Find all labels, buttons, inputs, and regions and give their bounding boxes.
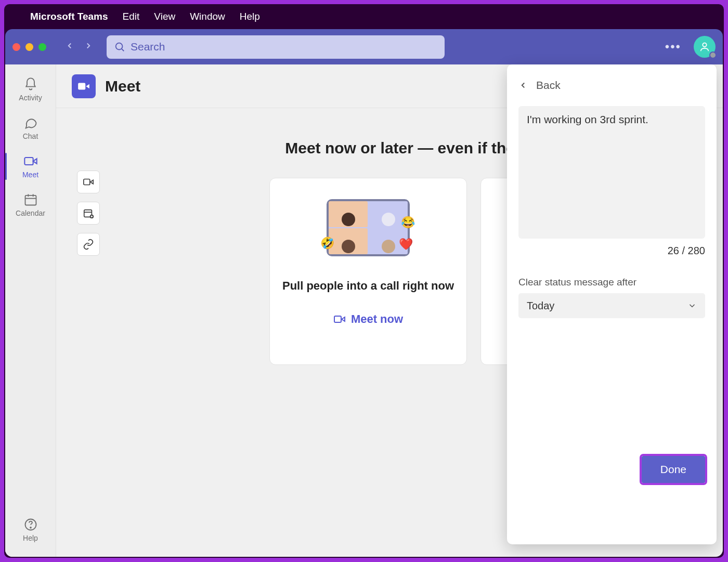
user-avatar[interactable]: [694, 36, 716, 58]
quick-actions-column: [77, 171, 100, 541]
card-title: Pull people into a call right now: [282, 279, 454, 293]
minimize-window-button[interactable]: [25, 43, 33, 51]
quick-video-button[interactable]: [77, 171, 100, 193]
titlebar: Search •••: [5, 29, 723, 64]
clear-after-label: Clear status message after: [518, 277, 705, 288]
rail-label: Help: [23, 534, 38, 542]
svg-point-0: [116, 43, 123, 50]
rail-item-chat[interactable]: Chat: [5, 110, 56, 146]
status-message-input[interactable]: [518, 106, 705, 239]
svg-point-2: [703, 43, 706, 47]
menubar-app-name[interactable]: Microsoft Teams: [30, 11, 108, 22]
headline: Meet now or later — even if they': [285, 139, 527, 157]
meet-app-icon: [72, 74, 96, 98]
done-button[interactable]: Done: [642, 456, 705, 483]
menubar-item-view[interactable]: View: [154, 11, 175, 22]
character-count: 26 / 280: [518, 245, 705, 257]
rail-label: Chat: [23, 132, 38, 140]
rail-item-meet[interactable]: Meet: [5, 149, 56, 184]
menubar-item-window[interactable]: Window: [190, 11, 225, 22]
svg-rect-20: [334, 316, 341, 322]
svg-marker-21: [342, 317, 345, 321]
meet-now-label: Meet now: [351, 312, 403, 326]
maximize-window-button[interactable]: [38, 43, 46, 51]
more-options-button[interactable]: •••: [665, 40, 681, 54]
help-icon: [23, 517, 38, 532]
svg-rect-5: [25, 195, 36, 205]
chat-icon: [23, 115, 38, 130]
app-window: Search ••• Activity Chat: [5, 29, 723, 557]
rail-label: Meet: [22, 171, 38, 179]
meeting-illustration: 😂 🤣 ❤️: [327, 199, 410, 256]
rail-item-help[interactable]: Help: [5, 512, 56, 547]
menubar-item-help[interactable]: Help: [240, 11, 260, 22]
svg-rect-11: [78, 83, 85, 89]
rail-label: Activity: [19, 94, 42, 102]
quick-schedule-button[interactable]: [77, 202, 100, 225]
chevron-left-icon: [518, 81, 528, 90]
back-button[interactable]: Back: [518, 79, 705, 92]
nav-forward-button[interactable]: [84, 41, 93, 53]
presence-badge: [709, 51, 717, 59]
clear-after-select[interactable]: Today: [518, 293, 705, 318]
calendar-add-icon: [83, 207, 94, 219]
menubar-item-edit[interactable]: Edit: [123, 11, 140, 22]
page-title: Meet: [105, 77, 140, 95]
clear-after-value: Today: [527, 300, 554, 312]
back-label: Back: [536, 79, 561, 92]
window-controls: [12, 43, 46, 51]
quick-link-button[interactable]: [77, 233, 100, 256]
calendar-icon: [23, 192, 38, 207]
macos-menubar: Microsoft Teams Edit View Window Help: [4, 4, 724, 29]
video-icon: [333, 313, 346, 325]
rail-item-activity[interactable]: Activity: [5, 72, 56, 107]
close-window-button[interactable]: [12, 43, 20, 51]
svg-marker-14: [90, 180, 94, 184]
meet-now-button[interactable]: Meet now: [333, 312, 403, 326]
status-message-panel: Back 26 / 280 Clear status message after…: [507, 64, 717, 544]
svg-rect-3: [24, 158, 33, 165]
rail-item-calendar[interactable]: Calendar: [5, 187, 56, 223]
bell-icon: [23, 77, 38, 92]
video-icon: [83, 176, 94, 188]
search-input[interactable]: Search: [107, 35, 445, 59]
rail-label: Calendar: [16, 209, 45, 217]
nav-back-button[interactable]: [65, 41, 74, 53]
meet-now-card: 😂 🤣 ❤️ Pull people into a call right now…: [269, 178, 467, 365]
svg-marker-12: [86, 84, 89, 88]
chevron-down-icon: [687, 301, 697, 310]
svg-rect-13: [84, 179, 90, 185]
svg-point-10: [30, 527, 31, 528]
svg-line-1: [122, 49, 124, 51]
search-icon: [114, 41, 125, 53]
video-icon: [23, 154, 38, 168]
link-icon: [83, 239, 94, 250]
app-rail: Activity Chat Meet Calendar Help: [5, 64, 56, 557]
search-placeholder: Search: [131, 41, 165, 53]
